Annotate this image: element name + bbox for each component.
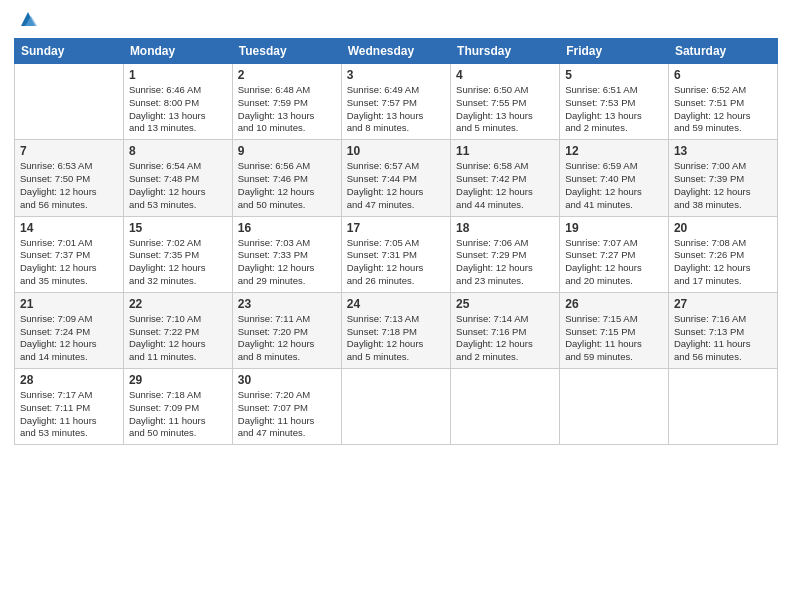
day-number: 30 (238, 373, 336, 387)
day-info: Sunrise: 7:05 AM Sunset: 7:31 PM Dayligh… (347, 237, 445, 288)
day-cell: 29Sunrise: 7:18 AM Sunset: 7:09 PM Dayli… (123, 369, 232, 445)
day-cell (15, 64, 124, 140)
day-info: Sunrise: 6:52 AM Sunset: 7:51 PM Dayligh… (674, 84, 772, 135)
day-cell: 27Sunrise: 7:16 AM Sunset: 7:13 PM Dayli… (668, 292, 777, 368)
day-cell: 20Sunrise: 7:08 AM Sunset: 7:26 PM Dayli… (668, 216, 777, 292)
day-cell (341, 369, 450, 445)
day-cell: 18Sunrise: 7:06 AM Sunset: 7:29 PM Dayli… (451, 216, 560, 292)
day-number: 8 (129, 144, 227, 158)
day-number: 1 (129, 68, 227, 82)
day-cell: 10Sunrise: 6:57 AM Sunset: 7:44 PM Dayli… (341, 140, 450, 216)
day-info: Sunrise: 7:08 AM Sunset: 7:26 PM Dayligh… (674, 237, 772, 288)
day-number: 21 (20, 297, 118, 311)
day-cell: 22Sunrise: 7:10 AM Sunset: 7:22 PM Dayli… (123, 292, 232, 368)
day-cell (451, 369, 560, 445)
day-number: 10 (347, 144, 445, 158)
day-cell: 15Sunrise: 7:02 AM Sunset: 7:35 PM Dayli… (123, 216, 232, 292)
day-cell: 9Sunrise: 6:56 AM Sunset: 7:46 PM Daylig… (232, 140, 341, 216)
day-info: Sunrise: 7:14 AM Sunset: 7:16 PM Dayligh… (456, 313, 554, 364)
day-cell: 25Sunrise: 7:14 AM Sunset: 7:16 PM Dayli… (451, 292, 560, 368)
day-info: Sunrise: 7:15 AM Sunset: 7:15 PM Dayligh… (565, 313, 663, 364)
day-number: 3 (347, 68, 445, 82)
day-cell: 30Sunrise: 7:20 AM Sunset: 7:07 PM Dayli… (232, 369, 341, 445)
day-info: Sunrise: 7:03 AM Sunset: 7:33 PM Dayligh… (238, 237, 336, 288)
day-cell (668, 369, 777, 445)
day-cell: 19Sunrise: 7:07 AM Sunset: 7:27 PM Dayli… (560, 216, 669, 292)
day-cell: 17Sunrise: 7:05 AM Sunset: 7:31 PM Dayli… (341, 216, 450, 292)
day-cell: 24Sunrise: 7:13 AM Sunset: 7:18 PM Dayli… (341, 292, 450, 368)
header (14, 10, 778, 30)
day-number: 16 (238, 221, 336, 235)
day-cell: 23Sunrise: 7:11 AM Sunset: 7:20 PM Dayli… (232, 292, 341, 368)
day-number: 14 (20, 221, 118, 235)
day-info: Sunrise: 7:09 AM Sunset: 7:24 PM Dayligh… (20, 313, 118, 364)
weekday-header-wednesday: Wednesday (341, 39, 450, 64)
week-row-3: 14Sunrise: 7:01 AM Sunset: 7:37 PM Dayli… (15, 216, 778, 292)
day-info: Sunrise: 6:49 AM Sunset: 7:57 PM Dayligh… (347, 84, 445, 135)
day-cell: 28Sunrise: 7:17 AM Sunset: 7:11 PM Dayli… (15, 369, 124, 445)
day-cell: 12Sunrise: 6:59 AM Sunset: 7:40 PM Dayli… (560, 140, 669, 216)
day-number: 9 (238, 144, 336, 158)
day-info: Sunrise: 6:57 AM Sunset: 7:44 PM Dayligh… (347, 160, 445, 211)
day-cell: 8Sunrise: 6:54 AM Sunset: 7:48 PM Daylig… (123, 140, 232, 216)
day-info: Sunrise: 7:00 AM Sunset: 7:39 PM Dayligh… (674, 160, 772, 211)
day-info: Sunrise: 7:02 AM Sunset: 7:35 PM Dayligh… (129, 237, 227, 288)
week-row-5: 28Sunrise: 7:17 AM Sunset: 7:11 PM Dayli… (15, 369, 778, 445)
weekday-header-monday: Monday (123, 39, 232, 64)
day-info: Sunrise: 6:48 AM Sunset: 7:59 PM Dayligh… (238, 84, 336, 135)
day-cell: 11Sunrise: 6:58 AM Sunset: 7:42 PM Dayli… (451, 140, 560, 216)
calendar-header-row: SundayMondayTuesdayWednesdayThursdayFrid… (15, 39, 778, 64)
calendar-table: SundayMondayTuesdayWednesdayThursdayFrid… (14, 38, 778, 445)
day-info: Sunrise: 7:20 AM Sunset: 7:07 PM Dayligh… (238, 389, 336, 440)
day-cell: 5Sunrise: 6:51 AM Sunset: 7:53 PM Daylig… (560, 64, 669, 140)
day-number: 25 (456, 297, 554, 311)
day-cell: 6Sunrise: 6:52 AM Sunset: 7:51 PM Daylig… (668, 64, 777, 140)
week-row-2: 7Sunrise: 6:53 AM Sunset: 7:50 PM Daylig… (15, 140, 778, 216)
day-number: 28 (20, 373, 118, 387)
day-cell: 2Sunrise: 6:48 AM Sunset: 7:59 PM Daylig… (232, 64, 341, 140)
week-row-4: 21Sunrise: 7:09 AM Sunset: 7:24 PM Dayli… (15, 292, 778, 368)
logo (14, 10, 39, 30)
day-cell: 4Sunrise: 6:50 AM Sunset: 7:55 PM Daylig… (451, 64, 560, 140)
day-cell: 7Sunrise: 6:53 AM Sunset: 7:50 PM Daylig… (15, 140, 124, 216)
day-info: Sunrise: 6:53 AM Sunset: 7:50 PM Dayligh… (20, 160, 118, 211)
day-cell: 13Sunrise: 7:00 AM Sunset: 7:39 PM Dayli… (668, 140, 777, 216)
day-number: 18 (456, 221, 554, 235)
day-info: Sunrise: 6:51 AM Sunset: 7:53 PM Dayligh… (565, 84, 663, 135)
day-cell: 14Sunrise: 7:01 AM Sunset: 7:37 PM Dayli… (15, 216, 124, 292)
day-info: Sunrise: 6:50 AM Sunset: 7:55 PM Dayligh… (456, 84, 554, 135)
day-info: Sunrise: 7:10 AM Sunset: 7:22 PM Dayligh… (129, 313, 227, 364)
day-info: Sunrise: 6:59 AM Sunset: 7:40 PM Dayligh… (565, 160, 663, 211)
day-info: Sunrise: 6:58 AM Sunset: 7:42 PM Dayligh… (456, 160, 554, 211)
weekday-header-tuesday: Tuesday (232, 39, 341, 64)
day-cell (560, 369, 669, 445)
day-number: 19 (565, 221, 663, 235)
day-cell: 1Sunrise: 6:46 AM Sunset: 8:00 PM Daylig… (123, 64, 232, 140)
week-row-1: 1Sunrise: 6:46 AM Sunset: 8:00 PM Daylig… (15, 64, 778, 140)
day-number: 11 (456, 144, 554, 158)
day-number: 23 (238, 297, 336, 311)
day-number: 6 (674, 68, 772, 82)
day-info: Sunrise: 6:46 AM Sunset: 8:00 PM Dayligh… (129, 84, 227, 135)
day-info: Sunrise: 7:06 AM Sunset: 7:29 PM Dayligh… (456, 237, 554, 288)
day-number: 20 (674, 221, 772, 235)
day-info: Sunrise: 7:11 AM Sunset: 7:20 PM Dayligh… (238, 313, 336, 364)
day-cell: 21Sunrise: 7:09 AM Sunset: 7:24 PM Dayli… (15, 292, 124, 368)
day-info: Sunrise: 7:13 AM Sunset: 7:18 PM Dayligh… (347, 313, 445, 364)
weekday-header-friday: Friday (560, 39, 669, 64)
day-cell: 26Sunrise: 7:15 AM Sunset: 7:15 PM Dayli… (560, 292, 669, 368)
day-info: Sunrise: 6:54 AM Sunset: 7:48 PM Dayligh… (129, 160, 227, 211)
day-number: 29 (129, 373, 227, 387)
day-number: 15 (129, 221, 227, 235)
weekday-header-thursday: Thursday (451, 39, 560, 64)
day-number: 27 (674, 297, 772, 311)
day-info: Sunrise: 6:56 AM Sunset: 7:46 PM Dayligh… (238, 160, 336, 211)
day-number: 4 (456, 68, 554, 82)
day-number: 17 (347, 221, 445, 235)
day-info: Sunrise: 7:01 AM Sunset: 7:37 PM Dayligh… (20, 237, 118, 288)
day-number: 12 (565, 144, 663, 158)
day-number: 26 (565, 297, 663, 311)
day-number: 5 (565, 68, 663, 82)
day-info: Sunrise: 7:07 AM Sunset: 7:27 PM Dayligh… (565, 237, 663, 288)
day-number: 22 (129, 297, 227, 311)
